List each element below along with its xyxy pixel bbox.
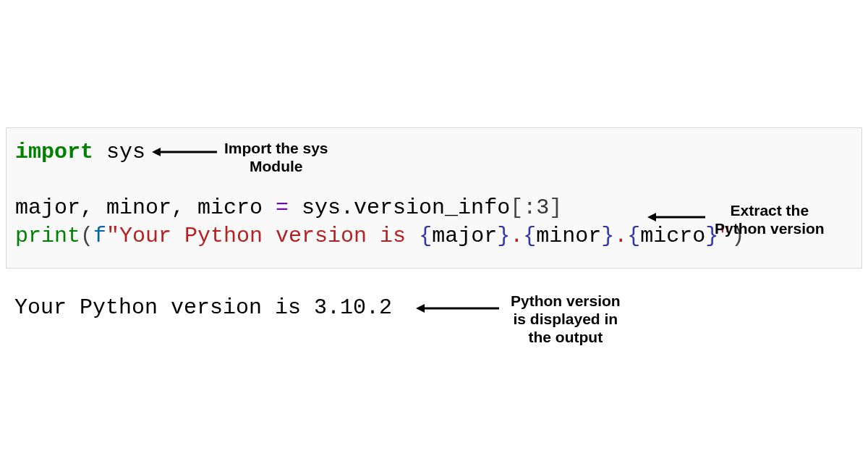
attr: .version_info	[341, 195, 510, 220]
keyword-import: import	[15, 140, 93, 164]
str-text: Your Python version is	[119, 224, 419, 248]
slice-colon: :	[523, 195, 536, 220]
blank-line	[15, 166, 853, 194]
svg-marker-1	[152, 148, 161, 156]
var-micro: micro	[640, 224, 705, 248]
var-major: major	[432, 224, 497, 248]
rbrace-2: }	[601, 224, 614, 248]
lbrace-3: {	[627, 224, 640, 248]
annotation-1: Import the sys Module	[224, 139, 328, 175]
dot-1: .	[510, 224, 523, 248]
fprefix: f	[93, 224, 106, 248]
print-builtin: print	[15, 224, 80, 248]
vars: major, minor, micro	[15, 195, 276, 220]
lbrace-2: {	[523, 224, 536, 248]
rbrace-1: }	[497, 224, 510, 248]
lbracket: [	[510, 195, 523, 220]
annotation-3: Python version is displayed in the outpu…	[511, 292, 621, 347]
arrow-2-icon	[647, 210, 712, 224]
arrow-1-icon	[152, 145, 224, 159]
annotation-2: Extract the Python version	[715, 201, 825, 237]
arrow-3-icon	[416, 301, 506, 316]
annotation-1-line-1: Import the sys	[224, 140, 328, 156]
annotation-1-line-2: Module	[250, 158, 303, 174]
lparen: (	[80, 224, 93, 248]
annotation-2-line-1: Extract the	[731, 202, 809, 219]
var-minor: minor	[536, 224, 601, 248]
annotation-3-line-1: Python version	[511, 292, 621, 309]
annotation-3-line-3: the output	[529, 329, 603, 345]
rbracket: ]	[549, 195, 562, 220]
module-name: sys	[106, 140, 145, 164]
slice-num: 3	[536, 195, 549, 220]
str-open: "	[106, 224, 119, 248]
annotation-2-line-2: Python version	[715, 220, 825, 237]
svg-marker-5	[416, 304, 425, 313]
equals-op: =	[276, 195, 289, 220]
svg-marker-3	[647, 213, 656, 221]
annotation-3-line-2: is displayed in	[513, 311, 618, 327]
sys-name: sys	[289, 195, 341, 220]
lbrace-1: {	[419, 224, 432, 248]
output-line: Your Python version is 3.10.2	[14, 295, 392, 320]
code-line-1: import sys	[15, 138, 853, 166]
dot-2: .	[614, 224, 627, 248]
code-block: import sys major, minor, micro = sys.ver…	[6, 127, 862, 269]
